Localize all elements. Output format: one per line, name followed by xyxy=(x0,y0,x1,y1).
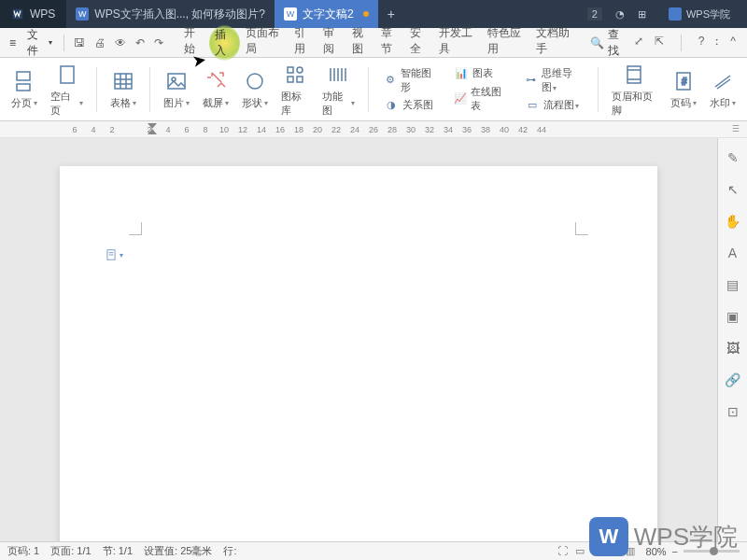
chevron-up-icon[interactable]: ^ xyxy=(730,35,736,51)
window-controls: 2 ◔ ⊞ WPS学院 xyxy=(580,7,747,21)
tab-references[interactable]: 引用 xyxy=(290,25,317,61)
status-row[interactable]: 行: xyxy=(223,544,236,558)
svg-rect-1 xyxy=(17,84,30,91)
save-icon[interactable]: 🖫 xyxy=(74,36,85,49)
screenshot-side-icon[interactable]: ▣ xyxy=(725,308,741,325)
search-button[interactable]: 🔍 查找 xyxy=(590,27,627,59)
layers-icon[interactable]: ▤ xyxy=(725,276,741,293)
status-section[interactable]: 节: 1/1 xyxy=(103,544,133,558)
undo-icon[interactable]: ↶ xyxy=(135,36,145,49)
tab-insert-highlighted[interactable]: 插入 xyxy=(209,25,240,61)
shapes-icon xyxy=(242,68,268,94)
help-icon[interactable]: ? xyxy=(698,35,705,51)
relation-chart-button[interactable]: ◑关系图 xyxy=(384,98,438,113)
screenshot-icon xyxy=(203,68,229,94)
tab-view[interactable]: 视图 xyxy=(348,25,375,61)
status-setting[interactable]: 设置值: 25毫米 xyxy=(144,544,212,558)
window-count-badge[interactable]: 2 xyxy=(587,7,602,21)
grid-icon[interactable]: ⊞ xyxy=(638,8,646,21)
zoom-value[interactable]: 80% xyxy=(646,546,667,557)
skin-icon[interactable]: ◔ xyxy=(615,8,625,21)
academy-link[interactable]: WPS学院 xyxy=(659,7,740,21)
tab-label: WPS文字插入图..., 如何移动图片? xyxy=(94,7,265,22)
hand-icon[interactable]: ✋ xyxy=(725,213,741,230)
horizontal-ruler[interactable]: 6422468101214161820222426283032343638404… xyxy=(0,121,747,138)
text-icon[interactable]: A xyxy=(725,245,741,261)
zoom-slider[interactable] xyxy=(684,550,740,553)
mindmap-button[interactable]: ⊶思维导图 xyxy=(525,66,583,94)
tab-special[interactable]: 特色应用 xyxy=(484,25,530,61)
picture-button[interactable]: 图片 xyxy=(160,68,193,110)
print-layout-icon[interactable]: ▦ xyxy=(590,545,603,557)
icon-library-button[interactable]: 图标库 xyxy=(277,62,313,118)
document-page[interactable]: ▾ xyxy=(60,166,657,541)
header-footer-button[interactable]: 页眉和页脚 xyxy=(608,62,661,118)
doc-icon: W xyxy=(284,7,297,21)
pencil-icon[interactable]: ✎ xyxy=(725,149,741,166)
online-chart-button[interactable]: 📈在线图表 xyxy=(454,85,508,113)
expand-icon[interactable]: ⤢ xyxy=(634,35,643,51)
outline-view-icon[interactable]: ▥ xyxy=(624,545,637,557)
function-chart-button[interactable]: 功能图 xyxy=(318,62,359,118)
academy-label: WPS学院 xyxy=(686,7,730,21)
screenshot-button[interactable]: 截屏 xyxy=(199,68,233,110)
tab-page-layout[interactable]: 页面布局 xyxy=(242,25,289,61)
menubar-right-controls: ⤢ ⇱ ? ː ^ xyxy=(627,35,743,51)
header-footer-icon xyxy=(621,62,647,88)
workspace: ▾ ✎ ↖ ✋ A ▤ ▣ 🖼 🔗 ⊡ xyxy=(0,138,747,541)
indent-marker-icon[interactable] xyxy=(148,123,157,134)
ruler-marks: 6422468101214161820222426283032343638404… xyxy=(65,125,551,134)
tab-section[interactable]: 章节 xyxy=(377,25,404,61)
svg-rect-7 xyxy=(288,67,293,73)
chart-button[interactable]: 📊图表 xyxy=(454,66,508,81)
zoom-thumb[interactable] xyxy=(710,547,718,555)
status-page-num[interactable]: 页面: 1/1 xyxy=(50,544,91,558)
paragraph-icon[interactable]: ☰ xyxy=(732,124,740,133)
page-number-icon: # xyxy=(670,68,697,94)
document-tab-1[interactable]: W WPS文字插入图..., 如何移动图片? xyxy=(66,0,275,28)
web-layout-icon[interactable]: ▤ xyxy=(607,545,620,557)
table-icon xyxy=(110,68,136,94)
zoom-out-button[interactable]: − xyxy=(672,546,678,557)
document-canvas[interactable]: ▾ xyxy=(0,138,717,541)
blank-page-icon xyxy=(54,62,80,88)
tab-security[interactable]: 安全 xyxy=(406,25,433,61)
flowchart-button[interactable]: ▭流程图 xyxy=(525,98,583,113)
preview-icon[interactable]: 👁 xyxy=(115,36,126,49)
document-tab-2-active[interactable]: W 文字文稿2 xyxy=(275,0,378,28)
blank-page-button[interactable]: 空白页 xyxy=(47,62,87,118)
svg-rect-10 xyxy=(627,66,641,83)
page-number-button[interactable]: # 页码 xyxy=(667,68,700,110)
tab-developer[interactable]: 开发工具 xyxy=(435,25,482,61)
link-icon[interactable]: 🔗 xyxy=(725,371,741,388)
fit-icon[interactable]: ⛶ xyxy=(556,545,570,557)
icon-library-icon xyxy=(282,62,308,88)
cursor-icon[interactable]: ↖ xyxy=(725,181,741,198)
app-brand[interactable]: WPS xyxy=(0,0,66,28)
watermark-button[interactable]: 水印 xyxy=(706,68,740,110)
image-icon[interactable]: 🖼 xyxy=(725,340,741,357)
status-page-code[interactable]: 页码: 1 xyxy=(7,544,39,558)
redo-icon[interactable]: ↷ xyxy=(154,36,163,49)
online-chart-icon: 📈 xyxy=(454,91,467,106)
collapse-ribbon-icon[interactable]: ː xyxy=(715,35,719,51)
file-menu[interactable]: 文件 ▾ xyxy=(21,27,58,59)
wps-logo-icon xyxy=(11,7,24,21)
smart-art-button[interactable]: ⚙智能图形 xyxy=(384,66,438,94)
shapes-button[interactable]: 形状 xyxy=(238,68,272,110)
table-button[interactable]: 表格 xyxy=(106,68,140,110)
page-break-button[interactable]: 分页 xyxy=(7,68,41,110)
tab-start[interactable]: 开始 xyxy=(180,25,207,61)
brand-label: WPS xyxy=(30,7,55,21)
tab-doc-helper[interactable]: 文档助手 xyxy=(532,25,579,61)
mindmap-icon: ⊶ xyxy=(525,73,538,88)
paste-hint-icon[interactable]: ▾ xyxy=(105,248,123,261)
print-icon[interactable]: 🖨 xyxy=(94,36,106,49)
share-icon[interactable]: ⇱ xyxy=(655,35,664,51)
reading-view-icon[interactable]: ▭ xyxy=(573,545,586,557)
hamburger-menu-icon[interactable]: ≡ xyxy=(4,36,21,49)
tab-review[interactable]: 审阅 xyxy=(319,25,346,61)
doc-icon: W xyxy=(76,7,89,21)
template-icon[interactable]: ⊡ xyxy=(725,403,741,420)
new-tab-button[interactable]: + xyxy=(378,7,404,21)
